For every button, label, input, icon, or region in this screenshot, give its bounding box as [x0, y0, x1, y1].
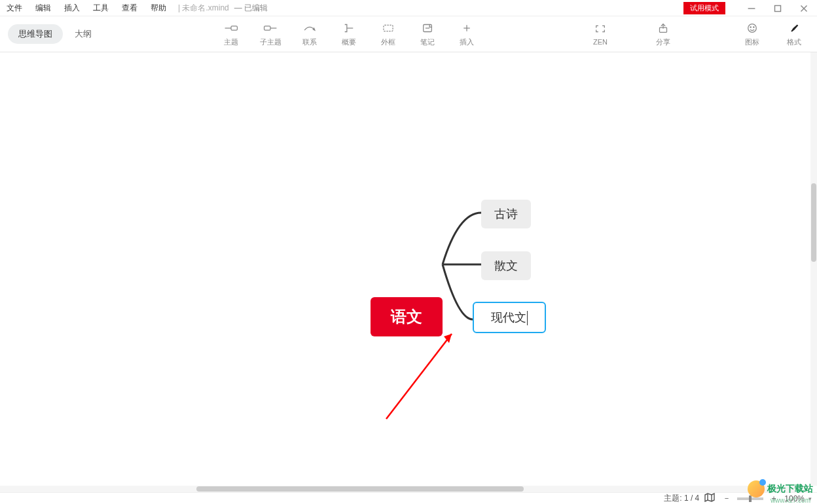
tool-share[interactable]: 分享	[648, 22, 678, 47]
close-icon	[797, 3, 811, 14]
tool-format[interactable]: 格式	[779, 22, 809, 47]
svg-point-16	[748, 24, 757, 32]
topic-count-label: 主题: 1 / 4	[664, 493, 699, 504]
relation-icon	[302, 22, 317, 34]
trial-mode-badge[interactable]: 试用模式	[683, 2, 725, 14]
tool-note-label: 笔记	[420, 37, 435, 47]
zoom-out-button[interactable]: －	[720, 493, 733, 504]
tab-mindmap[interactable]: 思维导图	[8, 24, 63, 44]
tool-icons[interactable]: 图标	[737, 22, 767, 47]
window-close-button[interactable]	[791, 0, 817, 16]
smiley-icon	[745, 22, 759, 34]
svg-rect-1	[775, 5, 781, 11]
svg-rect-9	[384, 25, 393, 31]
menu-tools[interactable]: 工具	[86, 3, 115, 14]
tool-topic-label: 主题	[224, 37, 238, 47]
menu-insert[interactable]: 插入	[58, 3, 86, 14]
window-minimize-button[interactable]	[738, 0, 765, 16]
tool-summary[interactable]: 概要	[334, 22, 364, 47]
fullscreen-icon	[593, 23, 608, 35]
tool-share-label: 分享	[656, 37, 670, 47]
menu-view[interactable]: 查看	[115, 3, 144, 14]
tool-summary-label: 概要	[342, 37, 356, 47]
horizontal-scrollbar[interactable]	[0, 486, 810, 492]
tab-outline[interactable]: 大纲	[68, 24, 98, 44]
titlebar: 文件 编辑 插入 工具 查看 帮助 | 未命名.xmind — 已编辑 试用模式	[0, 0, 817, 16]
svg-point-18	[753, 26, 754, 27]
map-overview-button[interactable]	[704, 493, 715, 504]
svg-point-17	[750, 26, 751, 27]
tool-topic[interactable]: 主题	[216, 22, 246, 47]
document-edit-status: — 已编辑	[234, 3, 268, 14]
svg-rect-4	[231, 26, 237, 29]
annotation-arrow	[0, 52, 810, 486]
menu-edit[interactable]: 编辑	[29, 3, 58, 14]
note-icon	[420, 22, 435, 34]
menu-file[interactable]: 文件	[0, 3, 29, 14]
tool-relation[interactable]: 联系	[295, 22, 325, 47]
horizontal-scroll-thumb[interactable]	[196, 486, 524, 492]
tool-note[interactable]: 笔记	[412, 22, 443, 47]
statusbar: 主题: 1 / 4 － ＋ 100% ▾	[0, 492, 817, 504]
tool-group: 主题 子主题 联系 概要 外框 笔记 插入	[216, 22, 482, 47]
svg-rect-6	[264, 26, 270, 29]
tool-relation-label: 联系	[302, 37, 317, 47]
tool-boundary-label: 外框	[381, 37, 395, 47]
tool-insert[interactable]: 插入	[452, 22, 482, 47]
window-maximize-button[interactable]	[765, 0, 791, 16]
tool-zen[interactable]: ZEN	[585, 22, 615, 46]
tool-zen-label: ZEN	[593, 38, 608, 46]
document-filename: | 未命名.xmind	[178, 3, 229, 14]
zoom-slider[interactable]	[737, 497, 763, 500]
topic-icon	[224, 22, 238, 34]
boundary-icon	[381, 22, 395, 34]
map-icon	[704, 493, 715, 502]
share-icon	[656, 22, 670, 34]
watermark-url: www.xz7.com	[771, 497, 810, 504]
tool-subtopic-label: 子主题	[260, 37, 281, 47]
tool-boundary[interactable]: 外框	[373, 22, 403, 47]
menu-help[interactable]: 帮助	[144, 3, 173, 14]
tool-subtopic[interactable]: 子主题	[255, 22, 285, 47]
maximize-icon	[771, 3, 785, 14]
subtopic-icon	[263, 22, 278, 34]
summary-icon	[342, 22, 356, 34]
mindmap-canvas[interactable]: 语文 古诗 散文 现代文	[0, 52, 810, 486]
tool-format-label: 格式	[787, 37, 801, 47]
plus-icon	[460, 22, 474, 34]
vertical-scroll-thumb[interactable]	[811, 183, 816, 262]
svg-line-19	[386, 334, 452, 419]
tool-insert-label: 插入	[460, 37, 474, 47]
minimize-icon	[744, 3, 759, 14]
toolbar: 思维导图 大纲 主题 子主题 联系 概要 外框 笔记 插入	[0, 16, 817, 52]
view-tabs: 思维导图 大纲	[8, 24, 98, 44]
brush-icon	[787, 22, 801, 34]
vertical-scrollbar[interactable]	[810, 52, 817, 486]
tool-icons-label: 图标	[745, 37, 759, 47]
